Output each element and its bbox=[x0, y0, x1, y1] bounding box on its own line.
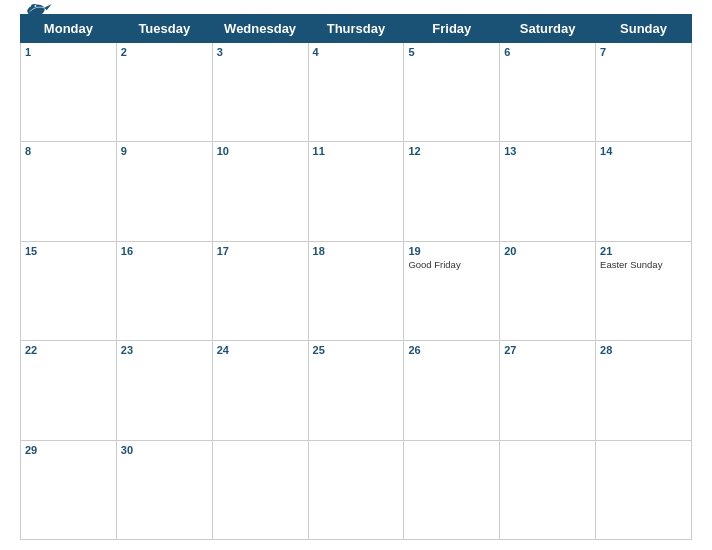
day-number: 28 bbox=[600, 344, 687, 356]
calendar-cell: 9 bbox=[116, 142, 212, 241]
calendar-cell bbox=[308, 440, 404, 539]
day-number: 26 bbox=[408, 344, 495, 356]
calendar-cell: 15 bbox=[21, 241, 117, 340]
calendar-cell: 18 bbox=[308, 241, 404, 340]
calendar-cell: 26 bbox=[404, 341, 500, 440]
week-row-4: 22232425262728 bbox=[21, 341, 692, 440]
weekday-header-friday: Friday bbox=[404, 15, 500, 43]
calendar-cell: 10 bbox=[212, 142, 308, 241]
day-number: 24 bbox=[217, 344, 304, 356]
svg-marker-1 bbox=[44, 4, 52, 10]
calendar-cell: 6 bbox=[500, 43, 596, 142]
holiday-label: Easter Sunday bbox=[600, 259, 687, 270]
calendar-cell: 20 bbox=[500, 241, 596, 340]
calendar-cell bbox=[212, 440, 308, 539]
logo-icon bbox=[20, 0, 52, 21]
calendar-cell: 14 bbox=[596, 142, 692, 241]
calendar-cell: 3 bbox=[212, 43, 308, 142]
weekday-header-sunday: Sunday bbox=[596, 15, 692, 43]
week-row-2: 891011121314 bbox=[21, 142, 692, 241]
day-number: 6 bbox=[504, 46, 591, 58]
calendar-cell: 12 bbox=[404, 142, 500, 241]
week-row-1: 1234567 bbox=[21, 43, 692, 142]
calendar-cell bbox=[404, 440, 500, 539]
day-number: 2 bbox=[121, 46, 208, 58]
day-number: 12 bbox=[408, 145, 495, 157]
calendar-cell bbox=[596, 440, 692, 539]
weekday-header-wednesday: Wednesday bbox=[212, 15, 308, 43]
day-number: 20 bbox=[504, 245, 591, 257]
calendar-cell: 28 bbox=[596, 341, 692, 440]
day-number: 9 bbox=[121, 145, 208, 157]
day-number: 3 bbox=[217, 46, 304, 58]
day-number: 11 bbox=[313, 145, 400, 157]
day-number: 23 bbox=[121, 344, 208, 356]
calendar-cell: 30 bbox=[116, 440, 212, 539]
weekday-header-tuesday: Tuesday bbox=[116, 15, 212, 43]
calendar-cell: 11 bbox=[308, 142, 404, 241]
calendar-cell: 23 bbox=[116, 341, 212, 440]
day-number: 21 bbox=[600, 245, 687, 257]
day-number: 4 bbox=[313, 46, 400, 58]
calendar-cell: 25 bbox=[308, 341, 404, 440]
calendar-cell: 7 bbox=[596, 43, 692, 142]
day-number: 1 bbox=[25, 46, 112, 58]
weekday-header-row: MondayTuesdayWednesdayThursdayFridaySatu… bbox=[21, 15, 692, 43]
day-number: 19 bbox=[408, 245, 495, 257]
calendar-cell: 29 bbox=[21, 440, 117, 539]
day-number: 5 bbox=[408, 46, 495, 58]
weekday-header-saturday: Saturday bbox=[500, 15, 596, 43]
calendar-cell: 2 bbox=[116, 43, 212, 142]
day-number: 29 bbox=[25, 444, 112, 456]
calendar-cell: 22 bbox=[21, 341, 117, 440]
calendar-cell: 16 bbox=[116, 241, 212, 340]
day-number: 18 bbox=[313, 245, 400, 257]
calendar-cell: 8 bbox=[21, 142, 117, 241]
day-number: 17 bbox=[217, 245, 304, 257]
day-number: 14 bbox=[600, 145, 687, 157]
logo bbox=[20, 0, 52, 21]
day-number: 22 bbox=[25, 344, 112, 356]
day-number: 16 bbox=[121, 245, 208, 257]
holiday-label: Good Friday bbox=[408, 259, 495, 270]
calendar-cell: 27 bbox=[500, 341, 596, 440]
calendar-cell: 17 bbox=[212, 241, 308, 340]
day-number: 8 bbox=[25, 145, 112, 157]
calendar-cell: 21Easter Sunday bbox=[596, 241, 692, 340]
calendar-cell: 19Good Friday bbox=[404, 241, 500, 340]
calendar-cell: 13 bbox=[500, 142, 596, 241]
day-number: 7 bbox=[600, 46, 687, 58]
calendar-cell: 24 bbox=[212, 341, 308, 440]
day-number: 13 bbox=[504, 145, 591, 157]
calendar-cell: 5 bbox=[404, 43, 500, 142]
calendar-table: MondayTuesdayWednesdayThursdayFridaySatu… bbox=[20, 14, 692, 540]
calendar-cell: 1 bbox=[21, 43, 117, 142]
svg-point-3 bbox=[34, 5, 36, 7]
week-row-3: 1516171819Good Friday2021Easter Sunday bbox=[21, 241, 692, 340]
calendar-cell: 4 bbox=[308, 43, 404, 142]
week-row-5: 2930 bbox=[21, 440, 692, 539]
weekday-header-thursday: Thursday bbox=[308, 15, 404, 43]
day-number: 30 bbox=[121, 444, 208, 456]
day-number: 10 bbox=[217, 145, 304, 157]
day-number: 15 bbox=[25, 245, 112, 257]
day-number: 27 bbox=[504, 344, 591, 356]
calendar-cell bbox=[500, 440, 596, 539]
day-number: 25 bbox=[313, 344, 400, 356]
